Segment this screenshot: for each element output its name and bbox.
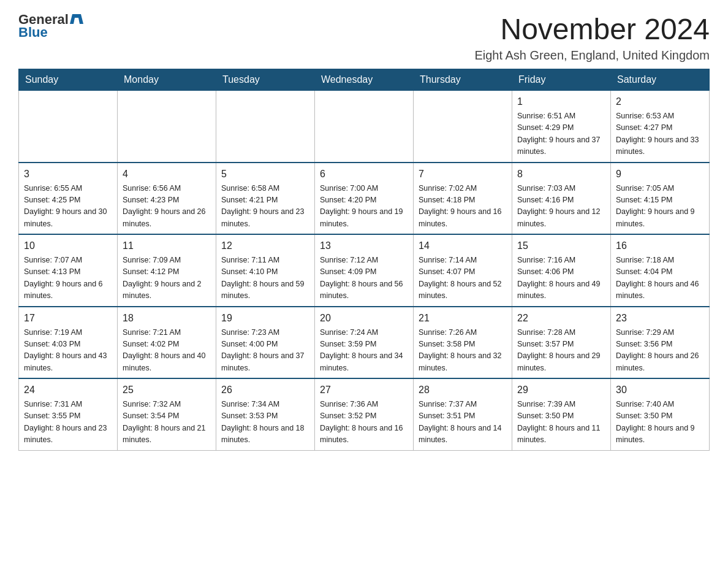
- day-number: 4: [123, 167, 211, 182]
- table-row: 14Sunrise: 7:14 AMSunset: 4:07 PMDayligh…: [414, 234, 512, 307]
- day-info: Sunrise: 6:56 AMSunset: 4:23 PMDaylight:…: [123, 183, 211, 231]
- location-title: Eight Ash Green, England, United Kingdom: [474, 48, 710, 63]
- day-number: 17: [24, 311, 112, 326]
- logo: General Blue: [18, 12, 83, 40]
- month-title: November 2024: [474, 12, 710, 46]
- calendar-week-row: 3Sunrise: 6:55 AMSunset: 4:25 PMDaylight…: [19, 163, 710, 235]
- table-row: 24Sunrise: 7:31 AMSunset: 3:55 PMDayligh…: [19, 378, 118, 450]
- calendar-week-row: 24Sunrise: 7:31 AMSunset: 3:55 PMDayligh…: [19, 378, 710, 450]
- day-info: Sunrise: 7:19 AMSunset: 4:03 PMDaylight:…: [24, 327, 112, 375]
- day-number: 10: [24, 239, 112, 253]
- table-row: 11Sunrise: 7:09 AMSunset: 4:12 PMDayligh…: [118, 234, 216, 307]
- day-info: Sunrise: 6:53 AMSunset: 4:27 PMDaylight:…: [616, 110, 704, 158]
- day-info: Sunrise: 7:05 AMSunset: 4:15 PMDaylight:…: [616, 183, 704, 231]
- day-info: Sunrise: 6:55 AMSunset: 4:25 PMDaylight:…: [24, 183, 112, 231]
- header-saturday: Saturday: [611, 69, 710, 91]
- table-row: 6Sunrise: 7:00 AMSunset: 4:20 PMDaylight…: [315, 163, 414, 235]
- day-info: Sunrise: 7:36 AMSunset: 3:52 PMDaylight:…: [320, 399, 408, 446]
- table-row: [118, 91, 216, 163]
- table-row: 3Sunrise: 6:55 AMSunset: 4:25 PMDaylight…: [19, 163, 118, 235]
- day-number: 27: [320, 383, 408, 397]
- table-row: 17Sunrise: 7:19 AMSunset: 4:03 PMDayligh…: [19, 307, 118, 379]
- day-info: Sunrise: 7:11 AMSunset: 4:10 PMDaylight:…: [221, 255, 309, 302]
- day-number: 6: [320, 167, 408, 182]
- day-number: 19: [221, 311, 309, 326]
- table-row: 18Sunrise: 7:21 AMSunset: 4:02 PMDayligh…: [118, 307, 216, 379]
- day-info: Sunrise: 7:39 AMSunset: 3:50 PMDaylight:…: [517, 399, 605, 446]
- table-row: 16Sunrise: 7:18 AMSunset: 4:04 PMDayligh…: [611, 234, 710, 307]
- header-thursday: Thursday: [414, 69, 512, 91]
- day-info: Sunrise: 7:18 AMSunset: 4:04 PMDaylight:…: [616, 255, 704, 302]
- day-info: Sunrise: 7:02 AMSunset: 4:18 PMDaylight:…: [419, 183, 507, 231]
- table-row: 23Sunrise: 7:29 AMSunset: 3:56 PMDayligh…: [611, 307, 710, 379]
- day-info: Sunrise: 7:21 AMSunset: 4:02 PMDaylight:…: [123, 327, 211, 375]
- day-info: Sunrise: 7:40 AMSunset: 3:50 PMDaylight:…: [616, 399, 704, 446]
- header-tuesday: Tuesday: [216, 69, 315, 91]
- page-header: General Blue November 2024 Eight Ash Gre…: [18, 12, 710, 63]
- day-info: Sunrise: 7:09 AMSunset: 4:12 PMDaylight:…: [123, 255, 211, 302]
- day-number: 16: [616, 239, 704, 253]
- day-info: Sunrise: 7:12 AMSunset: 4:09 PMDaylight:…: [320, 255, 408, 302]
- table-row: 22Sunrise: 7:28 AMSunset: 3:57 PMDayligh…: [512, 307, 611, 379]
- table-row: 5Sunrise: 6:58 AMSunset: 4:21 PMDaylight…: [216, 163, 315, 235]
- day-number: 22: [517, 311, 605, 326]
- day-number: 29: [517, 383, 605, 397]
- day-number: 24: [24, 383, 112, 397]
- table-row: 28Sunrise: 7:37 AMSunset: 3:51 PMDayligh…: [414, 378, 512, 450]
- calendar-week-row: 17Sunrise: 7:19 AMSunset: 4:03 PMDayligh…: [19, 307, 710, 379]
- table-row: 7Sunrise: 7:02 AMSunset: 4:18 PMDaylight…: [414, 163, 512, 235]
- table-row: 8Sunrise: 7:03 AMSunset: 4:16 PMDaylight…: [512, 163, 611, 235]
- table-row: 13Sunrise: 7:12 AMSunset: 4:09 PMDayligh…: [315, 234, 414, 307]
- day-number: 12: [221, 239, 309, 253]
- day-info: Sunrise: 7:23 AMSunset: 4:00 PMDaylight:…: [221, 327, 309, 375]
- day-number: 5: [221, 167, 309, 182]
- header-wednesday: Wednesday: [315, 69, 414, 91]
- day-info: Sunrise: 7:14 AMSunset: 4:07 PMDaylight:…: [419, 255, 507, 302]
- calendar-table: Sunday Monday Tuesday Wednesday Thursday…: [18, 69, 710, 451]
- table-row: 2Sunrise: 6:53 AMSunset: 4:27 PMDaylight…: [611, 91, 710, 163]
- day-number: 26: [221, 383, 309, 397]
- day-info: Sunrise: 6:58 AMSunset: 4:21 PMDaylight:…: [221, 183, 309, 231]
- logo-blue: Blue: [18, 25, 48, 40]
- day-info: Sunrise: 7:07 AMSunset: 4:13 PMDaylight:…: [24, 255, 112, 302]
- table-row: 25Sunrise: 7:32 AMSunset: 3:54 PMDayligh…: [118, 378, 216, 450]
- calendar-header-row: Sunday Monday Tuesday Wednesday Thursday…: [19, 69, 710, 91]
- day-number: 23: [616, 311, 704, 326]
- header-monday: Monday: [118, 69, 216, 91]
- day-info: Sunrise: 7:16 AMSunset: 4:06 PMDaylight:…: [517, 255, 605, 302]
- day-info: Sunrise: 7:26 AMSunset: 3:58 PMDaylight:…: [419, 327, 507, 375]
- day-info: Sunrise: 7:29 AMSunset: 3:56 PMDaylight:…: [616, 327, 704, 375]
- day-info: Sunrise: 7:28 AMSunset: 3:57 PMDaylight:…: [517, 327, 605, 375]
- title-block: November 2024 Eight Ash Green, England, …: [474, 12, 710, 63]
- table-row: 9Sunrise: 7:05 AMSunset: 4:15 PMDaylight…: [611, 163, 710, 235]
- table-row: 1Sunrise: 6:51 AMSunset: 4:29 PMDaylight…: [512, 91, 611, 163]
- day-info: Sunrise: 7:34 AMSunset: 3:53 PMDaylight:…: [221, 399, 309, 446]
- calendar-week-row: 1Sunrise: 6:51 AMSunset: 4:29 PMDaylight…: [19, 91, 710, 163]
- day-number: 13: [320, 239, 408, 253]
- day-number: 1: [517, 94, 605, 109]
- day-number: 25: [123, 383, 211, 397]
- day-number: 3: [24, 167, 112, 182]
- header-sunday: Sunday: [19, 69, 118, 91]
- header-friday: Friday: [512, 69, 611, 91]
- day-info: Sunrise: 7:24 AMSunset: 3:59 PMDaylight:…: [320, 327, 408, 375]
- table-row: 15Sunrise: 7:16 AMSunset: 4:06 PMDayligh…: [512, 234, 611, 307]
- table-row: 21Sunrise: 7:26 AMSunset: 3:58 PMDayligh…: [414, 307, 512, 379]
- day-number: 11: [123, 239, 211, 253]
- table-row: 4Sunrise: 6:56 AMSunset: 4:23 PMDaylight…: [118, 163, 216, 235]
- table-row: [315, 91, 414, 163]
- day-number: 28: [419, 383, 507, 397]
- table-row: 10Sunrise: 7:07 AMSunset: 4:13 PMDayligh…: [19, 234, 118, 307]
- day-number: 14: [419, 239, 507, 253]
- table-row: [414, 91, 512, 163]
- day-info: Sunrise: 6:51 AMSunset: 4:29 PMDaylight:…: [517, 110, 605, 158]
- day-number: 9: [616, 167, 704, 182]
- table-row: 20Sunrise: 7:24 AMSunset: 3:59 PMDayligh…: [315, 307, 414, 379]
- table-row: 27Sunrise: 7:36 AMSunset: 3:52 PMDayligh…: [315, 378, 414, 450]
- table-row: 26Sunrise: 7:34 AMSunset: 3:53 PMDayligh…: [216, 378, 315, 450]
- table-row: 19Sunrise: 7:23 AMSunset: 4:00 PMDayligh…: [216, 307, 315, 379]
- table-row: [19, 91, 118, 163]
- day-info: Sunrise: 7:03 AMSunset: 4:16 PMDaylight:…: [517, 183, 605, 231]
- day-number: 8: [517, 167, 605, 182]
- day-number: 30: [616, 383, 704, 397]
